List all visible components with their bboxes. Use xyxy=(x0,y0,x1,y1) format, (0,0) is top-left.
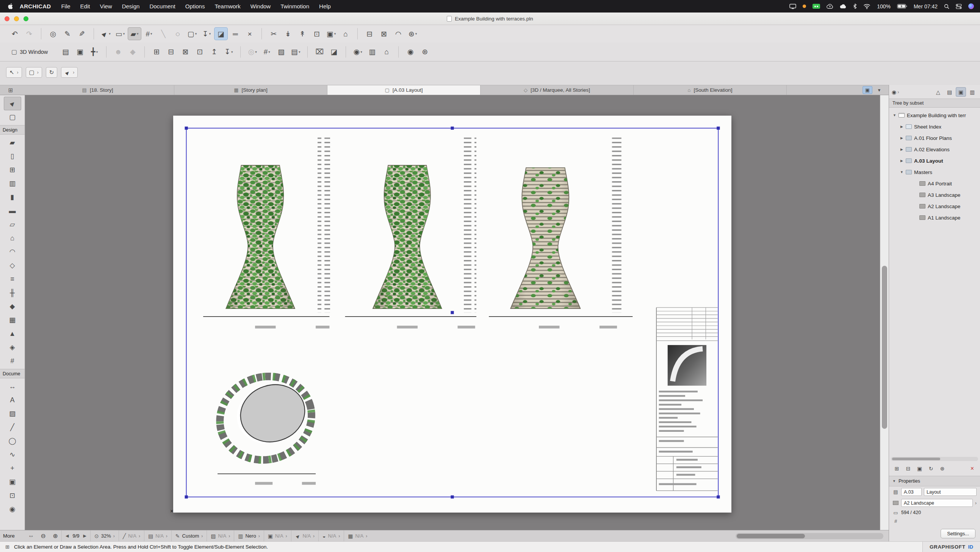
tab-list-icon[interactable]: ▾ xyxy=(874,86,884,94)
spotlight-icon[interactable] xyxy=(944,4,949,9)
panel-settings-icon[interactable]: ⊛ xyxy=(937,464,947,473)
previous-page-icon[interactable]: ◀ xyxy=(65,533,68,538)
disclosure-arrow[interactable]: ▼ xyxy=(899,170,905,174)
magnet-icon[interactable]: ◎ xyxy=(245,46,259,58)
siri-icon[interactable] xyxy=(968,3,974,9)
tree-item-a3-landscape[interactable]: A3 Landscape xyxy=(889,189,980,201)
copy-icon[interactable]: ▣ xyxy=(73,46,87,58)
menu-view[interactable]: View xyxy=(95,3,117,10)
cursor-mode-icon[interactable]: ► xyxy=(61,67,78,78)
freehand-icon[interactable]: ◌ xyxy=(171,27,185,40)
tool-camera[interactable]: ◉ xyxy=(4,503,21,516)
pen-icon[interactable]: ✎ xyxy=(75,27,89,40)
properties-header[interactable]: ▼ Properties xyxy=(889,476,980,487)
properties-disclosure-arrow[interactable]: ▼ xyxy=(892,479,896,483)
pen-weight[interactable]: ╱ N/A › xyxy=(119,530,144,541)
menu-help[interactable]: Help xyxy=(314,3,336,10)
page-setup-icon[interactable]: ▤ xyxy=(59,46,72,58)
tool-circle[interactable]: ◯ xyxy=(4,434,21,448)
layers-icon[interactable]: ▤ xyxy=(289,46,302,58)
tool-beam[interactable]: ▬ xyxy=(4,204,21,218)
menu-window[interactable]: Window xyxy=(245,3,275,10)
fix-icon[interactable]: ⊠ xyxy=(377,27,391,40)
line-type[interactable]: ✎ Custom › xyxy=(171,530,207,541)
delete-icon[interactable]: × xyxy=(967,464,977,473)
teamwork-user-icon[interactable]: ☻ xyxy=(111,46,125,58)
slope-icon[interactable]: ╲ xyxy=(156,27,170,40)
tool-wall[interactable]: ▰ xyxy=(4,136,21,149)
menu-options[interactable]: Options xyxy=(180,3,210,10)
tool-drawing[interactable]: ⊡ xyxy=(4,489,21,503)
snap-grid-icon[interactable]: # xyxy=(260,46,274,58)
tool-shell[interactable]: ◠ xyxy=(4,245,21,258)
pages-icon[interactable]: ▥ xyxy=(365,46,379,58)
building-icon[interactable]: ⌂ xyxy=(380,46,393,58)
teamwork-flag-icon[interactable]: ◆ xyxy=(126,46,140,58)
menu-file[interactable]: File xyxy=(56,3,75,10)
tool-fill[interactable]: ▨ xyxy=(4,407,21,420)
tree-item-a1-landscape[interactable]: A1 Landscape xyxy=(889,212,980,223)
disclosure-arrow[interactable]: ▶ xyxy=(899,125,905,129)
tool-options-icon[interactable]: ⊛ xyxy=(418,46,432,58)
capture-icon[interactable]: ⊡ xyxy=(310,27,324,40)
tree-item-project-root[interactable]: ▼ Example Building with terr xyxy=(889,110,980,121)
arc-icon[interactable]: ◠ xyxy=(391,27,405,40)
tool-hotspot[interactable]: + xyxy=(4,461,21,475)
toolbox-section-document[interactable]: Docume xyxy=(0,369,25,378)
split-view-icon[interactable]: ⊟ xyxy=(363,27,376,40)
elevation-view-3[interactable] xyxy=(489,138,633,329)
view-map-icon[interactable]: ▤ xyxy=(944,87,955,97)
plan-view[interactable] xyxy=(209,365,322,485)
tool-railing[interactable]: ╫ xyxy=(4,286,21,300)
display-icon[interactable] xyxy=(789,4,796,9)
pick-mode-icon[interactable]: ↖ xyxy=(6,67,22,78)
redo-icon[interactable]: ↷ xyxy=(22,27,36,40)
pencil-icon[interactable]: ✎ xyxy=(60,27,74,40)
menu-edit[interactable]: Edit xyxy=(75,3,95,10)
tool-door[interactable]: ▯ xyxy=(4,149,21,163)
navigator-horizontal-scrollbar[interactable] xyxy=(891,457,978,461)
tree-item-a03-layout[interactable]: ▶ A.03 Layout xyxy=(889,155,980,166)
tool-polyline[interactable]: ∿ xyxy=(4,448,21,461)
menubar-clock[interactable]: Mer 07:42 xyxy=(914,3,937,10)
graphisoft-id[interactable]: GRAPHISOFT ID xyxy=(923,542,980,552)
master-chevron-icon[interactable]: › xyxy=(975,501,977,506)
bluetooth-icon[interactable] xyxy=(853,3,857,9)
tree-mode-selector[interactable]: Tree by subset xyxy=(889,99,980,108)
menu-document[interactable]: Document xyxy=(145,3,180,10)
control-center-icon[interactable] xyxy=(956,4,962,9)
new-subset-icon[interactable]: ⊟ xyxy=(903,464,913,473)
virtual-trace-icon[interactable]: ═ xyxy=(229,27,242,40)
horizontal-scrollbar-thumb[interactable] xyxy=(737,534,805,538)
send-backward-icon[interactable]: ↧ xyxy=(222,46,235,58)
vertical-scrollbar-thumb[interactable] xyxy=(882,266,887,429)
tree-item-masters[interactable]: ▼ Masters xyxy=(889,166,980,178)
bring-forward-icon[interactable]: ↥ xyxy=(207,46,221,58)
grid-tool-icon[interactable]: # xyxy=(142,27,156,40)
tool-text[interactable]: A xyxy=(4,393,21,407)
elevation-view-2[interactable] xyxy=(345,138,476,329)
arrow-style[interactable]: ► N/A › xyxy=(291,530,319,541)
zoom-level[interactable]: ⊙ 32% › xyxy=(90,530,119,541)
tool-zone[interactable]: ▲ xyxy=(4,327,21,340)
box-select-icon[interactable]: ▢ xyxy=(185,27,199,40)
tool-arrow[interactable]: ► xyxy=(4,97,21,110)
gravity-icon[interactable]: ↧ xyxy=(200,27,213,40)
paint-icon[interactable]: ◪ xyxy=(327,46,341,58)
wall-tool-icon[interactable]: ▰ xyxy=(128,27,142,40)
layout-book-icon[interactable]: ▣ xyxy=(956,87,966,97)
tree-item-a02-elevations[interactable]: ▶ A.02 Elevations xyxy=(889,144,980,155)
group-icon[interactable]: ⊞ xyxy=(150,46,163,58)
book-setting[interactable]: ▦ N/A › xyxy=(344,530,371,541)
cloud-icon[interactable] xyxy=(840,4,846,9)
photo-icon[interactable]: ◉ xyxy=(404,46,417,58)
next-page-icon[interactable]: ▶ xyxy=(83,533,86,538)
zoom-out-icon[interactable]: ⊖ xyxy=(37,532,49,539)
layout-name-field[interactable]: Layout xyxy=(924,488,977,496)
tree-item-a2-landscape[interactable]: A2 Landscape xyxy=(889,201,980,212)
3d-window-button[interactable]: ▢ 3D Window xyxy=(7,46,52,57)
project-map-icon[interactable]: △ xyxy=(933,87,943,97)
pen-set[interactable]: ▥ Nero › xyxy=(234,530,263,541)
layer-setting[interactable]: ▤ N/A › xyxy=(144,530,171,541)
zoom-to-selection-icon[interactable]: ◎ xyxy=(46,27,60,40)
